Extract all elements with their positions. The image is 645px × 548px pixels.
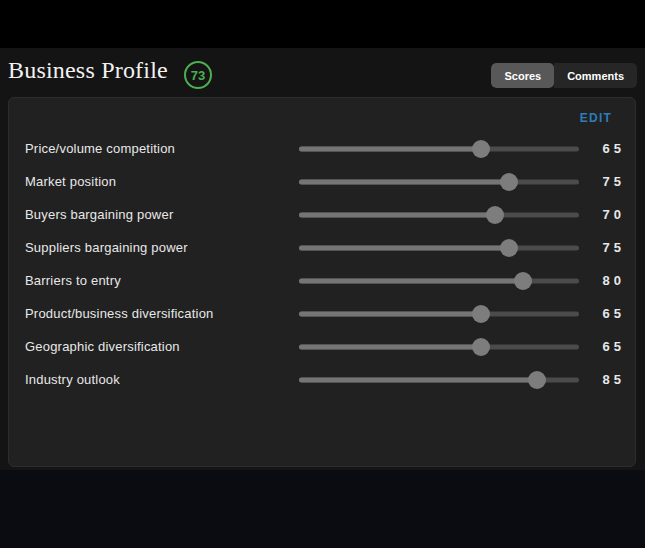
bottom-dark-band [0,470,645,548]
slider-fill [299,212,495,217]
slider-row: Product/business diversification 65 [25,297,621,330]
criterion-value: 85 [579,372,625,387]
criterion-label: Price/volume competition [25,141,299,156]
slider-thumb[interactable] [486,206,504,224]
criterion-label: Suppliers bargaining power [25,240,299,255]
criterion-slider[interactable] [299,239,579,257]
criterion-slider[interactable] [299,338,579,356]
tab-label: Scores [504,70,541,82]
criterion-slider[interactable] [299,173,579,191]
criterion-value: 65 [579,306,625,321]
slider-row: Market position 75 [25,165,621,198]
top-black-strip [0,0,645,48]
edit-button[interactable]: EDIT [580,111,612,125]
tab-scores[interactable]: Scores [491,63,554,88]
slider-thumb[interactable] [472,338,490,356]
slider-fill [299,278,523,283]
tab-label: Comments [567,70,624,82]
criterion-value: 65 [579,141,625,156]
slider-fill [299,179,509,184]
criterion-label: Barriers to entry [25,273,299,288]
business-profile-screen: Business Profile 73 Scores Comments EDIT… [0,0,645,548]
score-value: 73 [191,68,205,83]
criterion-value: 75 [579,240,625,255]
criterion-slider[interactable] [299,140,579,158]
slider-fill [299,146,481,151]
tab-comments[interactable]: Comments [554,63,637,88]
edit-row: EDIT [25,106,621,130]
slider-thumb[interactable] [500,239,518,257]
slider-row: Buyers bargaining power 70 [25,198,621,231]
slider-thumb[interactable] [528,371,546,389]
slider-fill [299,311,481,316]
slider-row: Price/volume competition 65 [25,132,621,165]
criterion-slider[interactable] [299,272,579,290]
slider-row: Barriers to entry 80 [25,264,621,297]
criterion-label: Buyers bargaining power [25,207,299,222]
criterion-label: Market position [25,174,299,189]
slider-fill [299,245,509,250]
criterion-slider[interactable] [299,305,579,323]
slider-thumb[interactable] [500,173,518,191]
page-title: Business Profile [8,57,168,84]
slider-thumb[interactable] [514,272,532,290]
criteria-list: Price/volume competition 65 Market posit… [25,132,621,396]
criterion-label: Product/business diversification [25,306,299,321]
criterion-slider[interactable] [299,206,579,224]
criterion-label: Geographic diversification [25,339,299,354]
criterion-value: 75 [579,174,625,189]
scores-panel: EDIT Price/volume competition 65 Market … [8,97,636,467]
slider-fill [299,344,481,349]
tab-bar: Scores Comments [491,63,637,88]
slider-fill [299,377,537,382]
slider-row: Industry outlook 85 [25,363,621,396]
criterion-slider[interactable] [299,371,579,389]
slider-thumb[interactable] [472,305,490,323]
criterion-value: 65 [579,339,625,354]
header: Business Profile 73 Scores Comments [0,48,645,97]
criterion-value: 70 [579,207,625,222]
slider-row: Geographic diversification 65 [25,330,621,363]
slider-thumb[interactable] [472,140,490,158]
score-badge: 73 [184,61,212,89]
criterion-label: Industry outlook [25,372,299,387]
criterion-value: 80 [579,273,625,288]
slider-row: Suppliers bargaining power 75 [25,231,621,264]
